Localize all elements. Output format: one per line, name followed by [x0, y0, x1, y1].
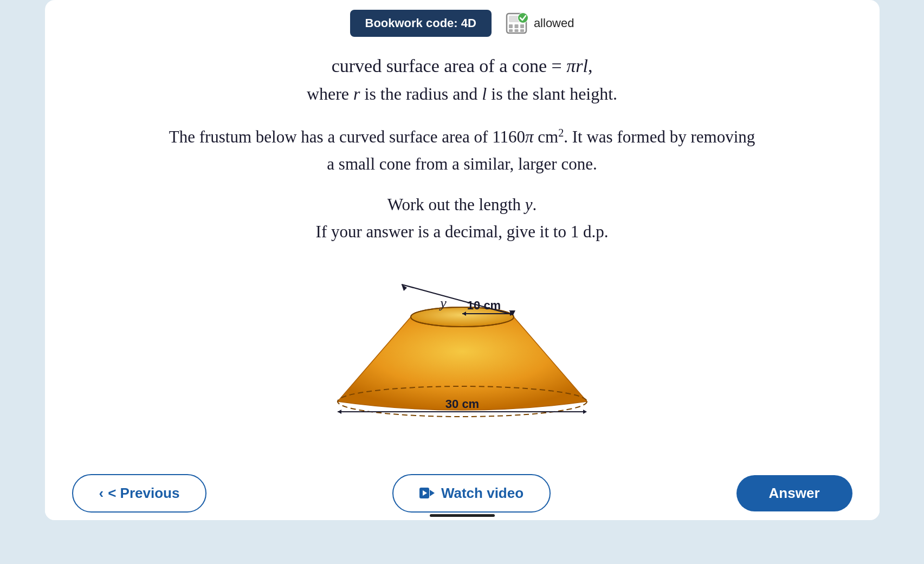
svg-rect-7 — [520, 29, 524, 32]
calculator-icon — [505, 11, 528, 35]
watch-video-button[interactable]: Watch video — [392, 474, 551, 513]
answer-label: Answer — [769, 485, 820, 501]
chevron-left-icon: ‹ — [99, 485, 104, 502]
previous-button[interactable]: ‹ < Previous — [72, 474, 207, 513]
svg-rect-4 — [520, 24, 524, 28]
svg-text:y: y — [438, 295, 447, 311]
diagram-area: 10 cm 30 cm y — [289, 278, 636, 419]
svg-marker-26 — [430, 490, 435, 496]
svg-point-9 — [518, 13, 528, 23]
formula-line2: where r is the radius and l is the slant… — [307, 81, 617, 108]
svg-marker-19 — [583, 410, 587, 414]
watch-video-label: Watch video — [441, 485, 524, 502]
svg-rect-5 — [509, 29, 513, 32]
bookwork-badge: Bookwork code: 4D — [350, 10, 492, 37]
bottom-bar: ‹ < Previous Watch video Answer — [45, 466, 880, 520]
video-icon — [419, 488, 435, 498]
main-card: Bookwork code: 4D allowed — [45, 0, 880, 520]
problem-text: The frustum below has a curved surface a… — [164, 124, 760, 177]
formula-line1: curved surface area of a cone = πrl, — [307, 52, 617, 81]
svg-rect-3 — [514, 24, 518, 28]
top-bar: Bookwork code: 4D allowed — [45, 0, 880, 47]
svg-rect-6 — [514, 29, 518, 32]
svg-text:30 cm: 30 cm — [445, 397, 479, 411]
work-out-text: Work out the length y. If your answer is… — [316, 191, 609, 245]
bottom-divider — [430, 514, 495, 517]
formula-block: curved surface area of a cone = πrl, whe… — [307, 52, 617, 107]
answer-button[interactable]: Answer — [736, 475, 852, 511]
previous-label: < Previous — [108, 485, 179, 502]
allowed-label: allowed — [534, 16, 574, 30]
svg-marker-18 — [338, 410, 341, 414]
content-area: curved surface area of a cone = πrl, whe… — [45, 47, 880, 435]
svg-rect-2 — [509, 24, 513, 28]
calculator-allowed: allowed — [505, 11, 574, 35]
